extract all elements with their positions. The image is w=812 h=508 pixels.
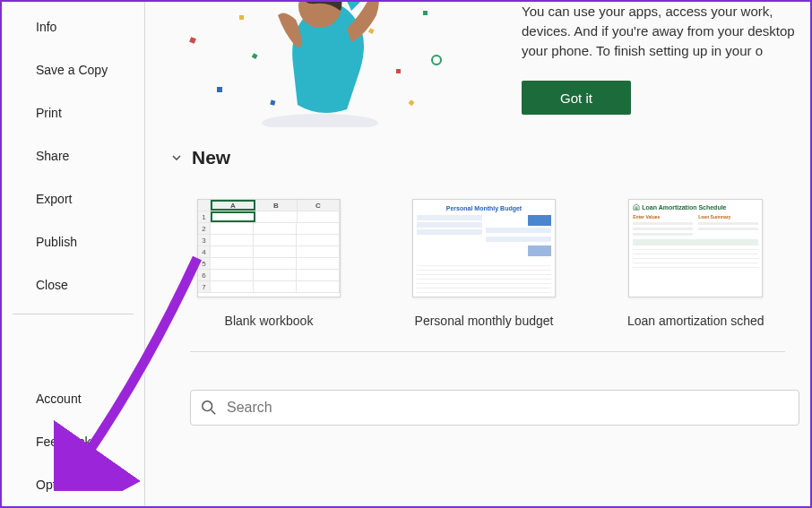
svg-rect-2 (239, 15, 244, 20)
svg-rect-0 (189, 37, 196, 44)
sidebar-item-export[interactable]: Export (2, 177, 144, 220)
svg-rect-4 (270, 100, 275, 106)
new-section: New A B C 1 2 3 4 (145, 147, 810, 328)
template-row: A B C 1 2 3 4 5 6 7 Blank workbook (197, 199, 792, 328)
main-content: You can use your apps, access your work,… (145, 2, 810, 506)
svg-rect-1 (217, 87, 222, 92)
template-loan-amortization[interactable]: Loan Amortization Schedule Enter Values … (627, 199, 764, 328)
svg-rect-3 (252, 53, 258, 59)
template-thumbnail: A B C 1 2 3 4 5 6 7 (197, 199, 341, 297)
template-label: Loan amortization sched (627, 314, 764, 328)
template-thumbnail: Personal Monthly Budget (412, 199, 556, 297)
sidebar-item-save-copy[interactable]: Save a Copy (2, 48, 144, 91)
sidebar-item-options[interactable]: Options (2, 463, 144, 506)
sidebar-item-info[interactable]: Info (2, 5, 144, 48)
sidebar-item-feedback[interactable]: Feedback (2, 420, 144, 463)
template-label: Personal monthly budget (415, 314, 554, 328)
template-personal-budget[interactable]: Personal Monthly Budget (412, 199, 556, 328)
template-blank-workbook[interactable]: A B C 1 2 3 4 5 6 7 Blank workbook (197, 199, 341, 328)
search-input[interactable] (227, 400, 799, 416)
sidebar-item-print[interactable]: Print (2, 91, 144, 134)
banner-illustration (163, 2, 504, 127)
search-row (145, 390, 810, 426)
template-label: Blank workbook (225, 314, 314, 328)
svg-rect-5 (368, 28, 375, 34)
sidebar-divider (13, 314, 134, 314)
banner-text: You can use your apps, access your work,… (522, 2, 810, 60)
welcome-banner: You can use your apps, access your work,… (145, 2, 810, 127)
svg-rect-7 (423, 11, 428, 15)
sidebar-item-publish[interactable]: Publish (2, 220, 144, 263)
got-it-button[interactable]: Got it (522, 81, 631, 115)
search-icon (191, 400, 227, 416)
svg-rect-9 (409, 99, 415, 106)
sidebar-item-account[interactable]: Account (2, 377, 144, 420)
sidebar-item-close[interactable]: Close (2, 263, 144, 306)
new-section-title: New (192, 147, 230, 168)
section-divider (190, 351, 785, 352)
svg-point-8 (432, 56, 441, 65)
template-thumbnail: Loan Amortization Schedule Enter Values … (628, 199, 763, 297)
svg-point-12 (203, 401, 212, 411)
svg-point-10 (262, 114, 378, 127)
chevron-down-icon (170, 151, 183, 164)
backstage-sidebar: Info Save a Copy Print Share Export Publ… (2, 2, 145, 506)
new-section-header[interactable]: New (170, 147, 792, 168)
svg-rect-6 (396, 69, 401, 73)
sidebar-item-share[interactable]: Share (2, 134, 144, 177)
search-box[interactable] (190, 390, 799, 426)
svg-line-13 (212, 410, 216, 415)
